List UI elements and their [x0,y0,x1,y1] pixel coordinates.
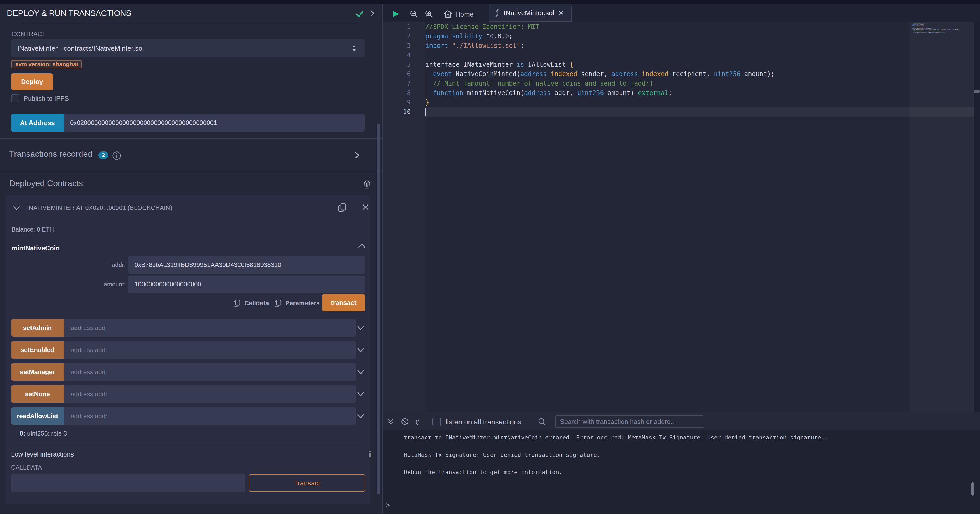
trash-icon[interactable] [363,180,371,189]
line-number: 6 [383,69,410,79]
function-row: setManager address addr [11,363,365,381]
transactions-recorded-heading: Transactions recorded [9,150,92,158]
terminal-scrollbar-thumb[interactable] [971,482,974,496]
publish-ipfs-label: Publish to IPFS [24,95,69,102]
function-expand-chevron-icon[interactable] [357,391,365,397]
code-line: 8 function mintNativeCoin(address addr, … [383,88,974,98]
transactions-expand-chevron-icon[interactable] [354,152,361,159]
parameters-copy-icon[interactable] [274,299,282,307]
function-input[interactable]: address addr [64,319,356,336]
terminal-log-line: transact to INativeMinter.mintNativeCoin… [404,434,956,441]
terminal-log-line: Debug the transaction to get more inform… [404,468,956,476]
code-text: //SPDX-License-Identifier: MIT [425,22,539,32]
function-input[interactable]: address addr [64,341,356,359]
function-input[interactable]: address addr [64,408,356,425]
function-input-placeholder: address addr [64,386,356,403]
updown-icon [350,44,358,52]
code-line: 7 // Mint [amount] number of native coin… [383,79,974,88]
line-number: 3 [383,41,410,51]
info-circle-icon[interactable] [112,151,121,160]
code-lines: 1//SPDX-License-Identifier: MIT2pragma s… [383,22,974,117]
zoom-in-icon[interactable] [425,10,433,18]
copy-icon[interactable] [338,203,347,213]
window-top-strip [0,0,980,4]
terminal-search-input[interactable]: Search with transaction hash or addre... [555,415,704,428]
function-row: readAllowList address addr [11,408,365,425]
instance-chevron-down-icon[interactable] [13,206,20,211]
instance-header[interactable]: INATIVEMINTER AT 0X020...00001 (BLOCKCHA… [27,205,172,212]
editor-scrollbar-gutter[interactable] [974,22,980,412]
line-number: 10 [383,107,410,117]
info-icon[interactable]: i [369,449,371,459]
double-chevron-down-icon[interactable] [387,418,394,425]
deploy-button[interactable]: Deploy [11,73,53,90]
contract-label: CONTRACT [11,31,46,37]
code-line: 3import "./IAllowList.sol"; [383,41,974,51]
function-expand-chevron-icon[interactable] [357,413,365,419]
function-expand-chevron-icon[interactable] [357,369,365,375]
at-address-input[interactable]: 0x02000000000000000000000000000000000000… [64,114,365,132]
remix-ide: DEPLOY & RUN TRANSACTIONS CONTRACT INati… [0,0,980,514]
editor-cursor [425,108,426,116]
function-input[interactable]: address addr [64,386,356,403]
transact-button[interactable]: transact [322,294,365,311]
collapse-panel-chevron-icon[interactable] [369,10,376,17]
contract-select-value: INativeMinter - contracts/INativeMinter.… [18,44,144,52]
minimap-code: //SPDX-License-Identifier: MITpragma sol… [912,22,977,80]
deploy-run-panel: DEPLOY & RUN TRANSACTIONS CONTRACT INati… [0,4,382,514]
home-tab[interactable] [444,10,452,18]
calldata-input[interactable] [11,474,245,492]
home-tab-label[interactable]: Home [455,10,473,18]
readAllowList-button[interactable]: readAllowList [11,408,64,425]
function-input-placeholder: address addr [64,341,356,359]
function-input[interactable]: address addr [64,363,356,381]
code-text: } [912,33,912,34]
close-icon[interactable] [362,204,369,211]
code-line: 5interface INativeMinter is IAllowList { [383,60,974,69]
panel-title: DEPLOY & RUN TRANSACTIONS [7,9,131,17]
tab-label: INativeMinter.sol [504,9,554,17]
line-number: 1 [383,22,410,32]
setNone-button[interactable]: setNone [11,386,64,403]
line-number: 7 [383,79,410,88]
function-chevron-up-icon[interactable] [358,243,366,249]
evm-version-badge: evm version: shanghai [11,60,82,68]
check-icon [355,10,364,18]
addr-field-input[interactable]: 0xB78cbAa319ffBD899951AA30D4320f58189383… [128,256,365,274]
setAdmin-button[interactable]: setAdmin [11,319,64,336]
function-expand-chevron-icon[interactable] [357,347,365,353]
function-rows: setAdmin address addr setEnabled address… [11,319,365,430]
zoom-out-icon[interactable] [410,10,418,18]
setManager-button[interactable]: setManager [11,363,64,381]
function-row: setEnabled address addr [11,341,365,359]
calldata-label: CALLDATA [11,465,42,471]
at-address-button[interactable]: At Address [11,114,64,132]
low-level-transact-button[interactable]: Transact [249,474,365,492]
amount-field-input[interactable]: 1000000000000000000 [128,276,365,293]
terminal-logs: transact to INativeMinter.mintNativeCoin… [404,434,956,485]
function-name: mintNativeCoin [11,244,60,252]
function-input-placeholder: address addr [64,363,356,381]
setEnabled-button[interactable]: setEnabled [11,341,64,359]
home-icon [444,10,452,18]
parameters-copy-label[interactable]: Parameters [285,300,320,307]
play-icon[interactable] [392,10,400,17]
line-number: 9 [383,98,410,107]
tab-close-icon[interactable] [558,10,564,16]
tab-inativeminter[interactable]: INativeMinter.sol [489,4,572,22]
line-number: 5 [383,60,410,69]
code-text: // Mint [amount] number of native coins … [425,79,653,88]
publish-ipfs-checkbox[interactable] [11,94,19,102]
function-expand-chevron-icon[interactable] [357,325,365,331]
function-row: setAdmin address addr [11,319,365,336]
minimap[interactable] [910,22,974,412]
terminal-prompt[interactable]: > [386,501,390,509]
ban-icon[interactable] [401,418,409,425]
calldata-copy-icon[interactable] [233,299,241,307]
calldata-copy-label[interactable]: Calldata [244,300,269,307]
terminal-search-placeholder: Search with transaction hash or addre... [556,416,703,427]
code-line: 10 [383,107,974,117]
contract-select[interactable]: INativeMinter - contracts/INativeMinter.… [11,40,365,57]
listen-checkbox[interactable] [433,418,441,426]
panel-scrollbar[interactable] [377,124,380,494]
